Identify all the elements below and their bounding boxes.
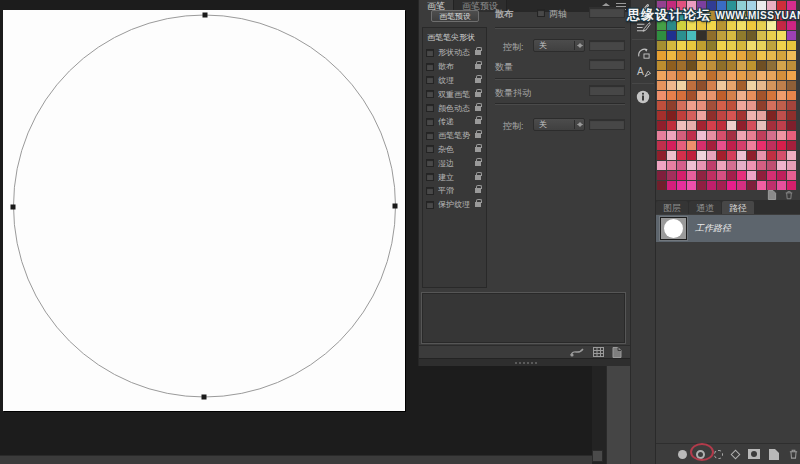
swatch[interactable] bbox=[717, 61, 726, 70]
swatch[interactable] bbox=[707, 151, 716, 160]
swatch[interactable] bbox=[757, 151, 766, 160]
swatch[interactable] bbox=[777, 151, 786, 160]
swatch[interactable] bbox=[667, 151, 676, 160]
swatch[interactable] bbox=[657, 181, 666, 190]
swatch[interactable] bbox=[707, 121, 716, 130]
swatch[interactable] bbox=[767, 171, 776, 180]
swatch[interactable] bbox=[677, 91, 686, 100]
brush-option-checkbox[interactable] bbox=[426, 104, 434, 112]
swatch[interactable] bbox=[687, 51, 696, 60]
swatch[interactable] bbox=[727, 131, 736, 140]
swatch[interactable] bbox=[757, 31, 766, 40]
swatch[interactable] bbox=[687, 181, 696, 190]
add-mask-icon[interactable] bbox=[748, 449, 760, 459]
swatch[interactable] bbox=[767, 51, 776, 60]
swatch[interactable] bbox=[697, 181, 706, 190]
swatch[interactable] bbox=[767, 111, 776, 120]
brush-option-checkbox[interactable] bbox=[426, 90, 434, 98]
swatch[interactable] bbox=[687, 81, 696, 90]
tab-layers[interactable]: 图层 bbox=[656, 201, 688, 214]
swatch[interactable] bbox=[657, 71, 666, 80]
swatch[interactable] bbox=[707, 131, 716, 140]
control-dropdown[interactable]: 关 bbox=[533, 39, 585, 52]
swatch[interactable] bbox=[667, 41, 676, 50]
swatch[interactable] bbox=[717, 31, 726, 40]
swatch[interactable] bbox=[757, 171, 766, 180]
tab-channels[interactable]: 通道 bbox=[689, 201, 721, 214]
swatch[interactable] bbox=[757, 161, 766, 170]
swatch[interactable] bbox=[677, 141, 686, 150]
swatch[interactable] bbox=[737, 81, 746, 90]
swatch[interactable] bbox=[787, 161, 796, 170]
swatch[interactable] bbox=[737, 171, 746, 180]
new-path-icon[interactable] bbox=[769, 449, 779, 460]
swatch[interactable] bbox=[707, 181, 716, 190]
swatch[interactable] bbox=[727, 91, 736, 100]
swatch[interactable] bbox=[757, 51, 766, 60]
new-brush-icon[interactable] bbox=[612, 347, 622, 358]
swatch[interactable] bbox=[737, 61, 746, 70]
swatch[interactable] bbox=[697, 161, 706, 170]
swatch[interactable] bbox=[707, 111, 716, 120]
swatch[interactable] bbox=[667, 161, 676, 170]
swatch[interactable] bbox=[687, 111, 696, 120]
swatch[interactable] bbox=[767, 151, 776, 160]
brush-option-checkbox[interactable] bbox=[426, 76, 434, 84]
swatch[interactable] bbox=[787, 91, 796, 100]
swatch[interactable] bbox=[707, 61, 716, 70]
swatch[interactable] bbox=[747, 171, 756, 180]
make-work-path-icon[interactable] bbox=[731, 449, 741, 459]
swatch[interactable] bbox=[707, 81, 716, 90]
swatch[interactable] bbox=[767, 141, 776, 150]
control-value-input[interactable] bbox=[589, 40, 625, 51]
swatch[interactable] bbox=[687, 101, 696, 110]
brush-option-row[interactable]: 建立 bbox=[423, 170, 486, 184]
swatch[interactable] bbox=[727, 171, 736, 180]
swatch[interactable] bbox=[757, 81, 766, 90]
swatch[interactable] bbox=[777, 171, 786, 180]
swatch[interactable] bbox=[787, 41, 796, 50]
swatch[interactable] bbox=[767, 131, 776, 140]
swatch[interactable] bbox=[777, 111, 786, 120]
swatch[interactable] bbox=[777, 61, 786, 70]
swatch[interactable] bbox=[677, 181, 686, 190]
swatch[interactable] bbox=[687, 121, 696, 130]
swatch[interactable] bbox=[747, 121, 756, 130]
swatch[interactable] bbox=[687, 61, 696, 70]
swatch[interactable] bbox=[757, 41, 766, 50]
swatch[interactable] bbox=[697, 81, 706, 90]
swatch[interactable] bbox=[747, 161, 756, 170]
brush-option-checkbox[interactable] bbox=[426, 63, 434, 71]
swatch[interactable] bbox=[737, 51, 746, 60]
swatch[interactable] bbox=[727, 41, 736, 50]
swatch[interactable] bbox=[747, 31, 756, 40]
brush-option-row[interactable]: 形状动态 bbox=[423, 46, 486, 60]
swatch[interactable] bbox=[747, 71, 756, 80]
both-axes-checkbox[interactable] bbox=[537, 9, 545, 17]
swatch[interactable] bbox=[707, 171, 716, 180]
swatch[interactable] bbox=[787, 171, 796, 180]
swatch[interactable] bbox=[707, 41, 716, 50]
swatch[interactable] bbox=[787, 141, 796, 150]
swatch[interactable] bbox=[657, 51, 666, 60]
swatch[interactable] bbox=[787, 151, 796, 160]
swatch[interactable] bbox=[667, 131, 676, 140]
swatch[interactable] bbox=[787, 51, 796, 60]
count-slider[interactable] bbox=[495, 78, 625, 80]
swatch[interactable] bbox=[667, 171, 676, 180]
swatch[interactable] bbox=[757, 121, 766, 130]
swatch[interactable] bbox=[687, 91, 696, 100]
delete-path-icon[interactable] bbox=[788, 448, 799, 460]
swatch[interactable] bbox=[667, 101, 676, 110]
scatter-value-input[interactable] bbox=[589, 7, 625, 18]
swatch[interactable] bbox=[717, 51, 726, 60]
delete-swatch-icon[interactable] bbox=[784, 190, 794, 200]
swatch[interactable] bbox=[657, 41, 666, 50]
swatch[interactable] bbox=[717, 81, 726, 90]
swatch[interactable] bbox=[787, 61, 796, 70]
swatch[interactable] bbox=[737, 121, 746, 130]
swatch[interactable] bbox=[657, 121, 666, 130]
swatch[interactable] bbox=[747, 91, 756, 100]
swatch[interactable] bbox=[747, 41, 756, 50]
swatch[interactable] bbox=[677, 81, 686, 90]
